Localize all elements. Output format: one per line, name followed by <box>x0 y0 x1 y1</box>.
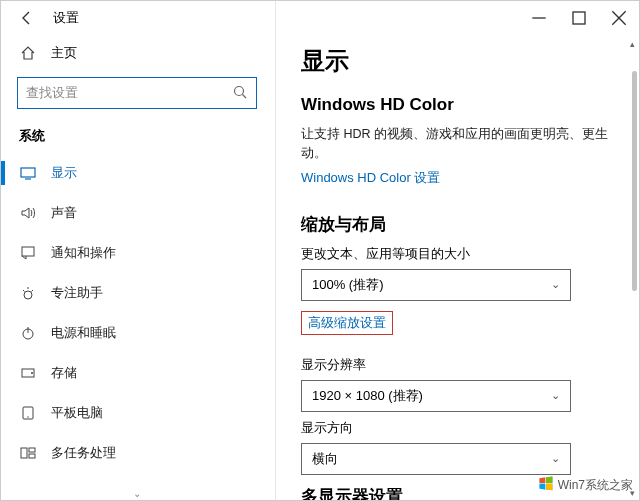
hd-color-desc: 让支持 HDR 的视频、游戏和应用的画面更明亮、更生动。 <box>301 125 615 163</box>
home-icon <box>19 45 37 61</box>
home-button[interactable]: 主页 <box>1 35 273 71</box>
svg-rect-15 <box>21 448 27 458</box>
storage-icon <box>19 365 37 381</box>
sidebar-item-focus[interactable]: 专注助手 <box>1 273 273 313</box>
scroll-up-icon[interactable]: ▴ <box>630 39 638 47</box>
sidebar-item-storage[interactable]: 存储 <box>1 353 273 393</box>
maximize-button[interactable] <box>559 1 599 35</box>
chevron-down-icon: ⌄ <box>551 278 560 291</box>
tablet-icon <box>19 405 37 421</box>
page-title: 显示 <box>301 45 615 77</box>
scrollbar[interactable]: ▴ ▾ <box>629 39 637 496</box>
sound-icon <box>19 205 37 221</box>
chevron-down-icon: ⌄ <box>551 389 560 402</box>
chevron-down-icon: ⌄ <box>551 452 560 465</box>
sidebar-item-label: 存储 <box>51 364 77 382</box>
orientation-label: 显示方向 <box>301 420 615 437</box>
search-wrap: 查找设置 <box>1 71 273 119</box>
svg-rect-8 <box>22 247 34 256</box>
power-icon <box>19 325 37 341</box>
svg-rect-16 <box>29 448 35 452</box>
text-size-value: 100% (推荐) <box>312 276 384 294</box>
main-panel: ▴ ▾ 显示 Windows HD Color 让支持 HDR 的视频、游戏和应… <box>273 35 639 500</box>
sidebar-item-label: 电源和睡眠 <box>51 324 116 342</box>
titlebar: 设置 <box>1 1 639 35</box>
orientation-dropdown[interactable]: 横向 ⌄ <box>301 443 571 475</box>
back-button[interactable] <box>15 6 39 30</box>
svg-point-4 <box>235 86 244 95</box>
watermark-text: Win7系统之家 <box>558 477 633 494</box>
svg-rect-1 <box>573 12 585 24</box>
section-heading: 系统 <box>1 119 273 153</box>
home-label: 主页 <box>51 44 77 62</box>
multitask-icon <box>19 445 37 461</box>
windows-logo-icon <box>538 475 554 496</box>
sidebar-item-power[interactable]: 电源和睡眠 <box>1 313 273 353</box>
svg-rect-17 <box>29 454 35 458</box>
sidebar-item-notifications[interactable]: 通知和操作 <box>1 233 273 273</box>
search-placeholder: 查找设置 <box>26 84 232 102</box>
svg-rect-6 <box>21 168 35 177</box>
sidebar-item-label: 通知和操作 <box>51 244 116 262</box>
sidebar-item-label: 声音 <box>51 204 77 222</box>
sidebar-item-sound[interactable]: 声音 <box>1 193 273 233</box>
sidebar-item-label: 显示 <box>51 164 77 182</box>
orientation-value: 横向 <box>312 450 338 468</box>
sidebar-item-tablet[interactable]: 平板电脑 <box>1 393 273 433</box>
advanced-scaling-link[interactable]: 高级缩放设置 <box>301 311 393 335</box>
scale-heading: 缩放与布局 <box>301 213 615 236</box>
window-controls <box>519 1 639 35</box>
resolution-label: 显示分辨率 <box>301 357 615 374</box>
minimize-button[interactable] <box>519 1 559 35</box>
svg-point-12 <box>31 372 33 374</box>
sidebar-item-label: 专注助手 <box>51 284 103 302</box>
content: 主页 查找设置 系统 显示 声音 通知和操作 专注助手 <box>1 35 639 500</box>
text-size-label: 更改文本、应用等项目的大小 <box>301 246 615 263</box>
focus-icon <box>19 285 37 301</box>
notifications-icon <box>19 245 37 261</box>
svg-line-5 <box>243 94 247 98</box>
text-size-dropdown[interactable]: 100% (推荐) ⌄ <box>301 269 571 301</box>
search-input[interactable]: 查找设置 <box>17 77 257 109</box>
sidebar-scroll-down[interactable]: ⌄ <box>1 488 273 496</box>
watermark: Win7系统之家 <box>538 475 633 496</box>
sidebar-item-label: 平板电脑 <box>51 404 103 422</box>
hd-color-heading: Windows HD Color <box>301 95 615 115</box>
sidebar-item-multitask[interactable]: 多任务处理 <box>1 433 273 473</box>
svg-point-14 <box>27 416 28 417</box>
hd-color-link[interactable]: Windows HD Color 设置 <box>301 169 440 187</box>
resolution-value: 1920 × 1080 (推荐) <box>312 387 423 405</box>
search-icon <box>232 84 248 103</box>
close-button[interactable] <box>599 1 639 35</box>
window-title: 设置 <box>53 9 79 27</box>
sidebar-item-label: 多任务处理 <box>51 444 116 462</box>
display-icon <box>19 165 37 181</box>
sidebar-item-display[interactable]: 显示 <box>1 153 273 193</box>
sidebar: 主页 查找设置 系统 显示 声音 通知和操作 专注助手 <box>1 35 273 500</box>
resolution-dropdown[interactable]: 1920 × 1080 (推荐) ⌄ <box>301 380 571 412</box>
scroll-thumb[interactable] <box>632 71 637 291</box>
